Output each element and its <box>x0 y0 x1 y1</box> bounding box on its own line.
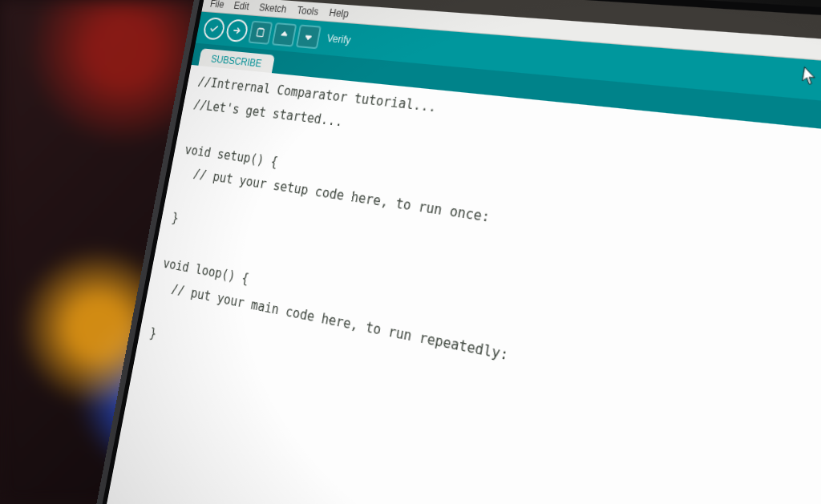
mouse-cursor-icon <box>801 66 820 90</box>
code-line: // put your main code here, to run repea… <box>157 279 510 363</box>
menu-help[interactable]: Help <box>323 5 354 22</box>
code-line: void setup() { <box>184 142 279 169</box>
code-line <box>166 233 168 248</box>
toolbar-tooltip: Verify <box>326 33 352 46</box>
verify-button[interactable] <box>202 17 226 41</box>
menu-file[interactable]: File <box>204 0 229 12</box>
menu-sketch[interactable]: Sketch <box>253 0 292 17</box>
laptop-screen: SUBSCRIBE | Arduino 1.8.13 File Edit Ske… <box>97 0 821 504</box>
menu-edit[interactable]: Edit <box>229 0 255 14</box>
code-line: } <box>148 325 157 341</box>
svg-rect-0 <box>257 29 264 37</box>
svg-rect-1 <box>281 34 287 36</box>
code-line <box>175 187 177 202</box>
menu-tools[interactable]: Tools <box>291 2 325 19</box>
code-line <box>188 119 191 134</box>
code-line: // put your setup code here, to run once… <box>180 165 491 226</box>
new-sketch-button[interactable] <box>248 21 273 45</box>
open-sketch-button[interactable] <box>272 22 297 46</box>
code-line: } <box>171 210 180 225</box>
code-editor[interactable]: //Intrernal Comparator tutorial... //Let… <box>97 65 821 504</box>
save-sketch-button[interactable] <box>296 24 322 49</box>
arduino-ide-window: SUBSCRIBE | Arduino 1.8.13 File Edit Ske… <box>97 0 821 504</box>
svg-rect-2 <box>305 35 311 37</box>
upload-button[interactable] <box>224 18 249 42</box>
code-line <box>153 302 156 317</box>
